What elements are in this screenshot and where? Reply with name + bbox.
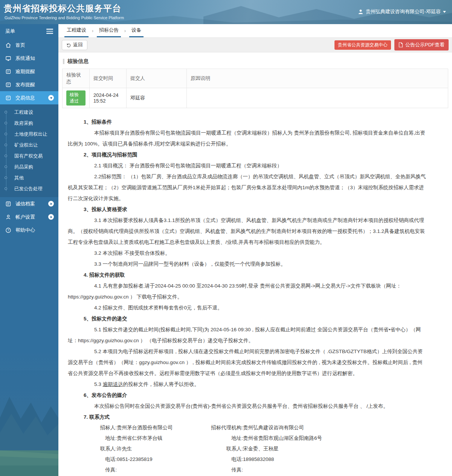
paragraph: 3.2 本次招标 不接受联合体投标。 [68,248,428,259]
contact-label: 联系人: [183,444,243,454]
bullet-icon [5,122,7,124]
app-header: 贵州省招标投标公共服务平台 GuiZhou Province Tendering… [0,0,452,24]
hamburger-icon[interactable] [46,29,53,34]
contact-value [117,465,183,475]
sidebar-item-help-center[interactable]: ? 帮助中心 [0,223,58,237]
contact-label: 传真: [68,465,117,475]
subitem-label: 土地使用权出让 [14,131,47,138]
chevron-down-icon [48,95,54,101]
bullet-icon [5,111,7,113]
person-icon [5,214,11,220]
platform-title: 贵州省招标投标公共服务平台 [4,3,121,14]
contact-info: 招标人:贵州茅台酒股份有限公司招标代理机构:贵州弘典建设咨询有限公司 地址:贵州… [68,422,428,476]
subitem-label: 政府采购 [14,120,33,127]
page: 贵州省招标投标公共服务平台 GuiZhou Province Tendering… [0,0,452,476]
sidebar-subitem-government-procurement[interactable]: 政府采购 [0,118,58,129]
announcement-document: 1、招标条件 本招标项目茅台酒股份有限公司包装物流园项目一期暖通工程（空调末端标… [68,116,428,476]
paragraph: 4.2 招标文件、图纸或技术资料每套售价0元，售后不退。 [68,302,428,313]
pdf-file-icon [399,42,403,47]
section-heading: 5、投标文件的递交 [68,313,428,324]
contact-value: 18985832088 [243,454,428,465]
paragraph-rest: 的投标文件，招标人将予以拒收。 [123,381,200,387]
contact-value: 0851-22385819 [117,454,183,465]
subitem-label: 药品采购 [14,164,33,170]
bullet-icon [5,133,7,135]
contact-value: 贵州茅台酒股份有限公司 [117,422,183,433]
sidebar-subitem-other[interactable]: 其他 [0,173,58,184]
paragraph: 2.2招标范围： （1）包装厂房、茅台酒成品立库及成品物流连廊（一）的吊顶式空调… [68,171,428,204]
chevron-right-icon [48,201,54,207]
svg-text:?: ? [8,228,9,232]
paragraph: 5.1 投标文件递交的截止时间(投标截止时间,下同)为 2024-05-16 0… [68,324,428,346]
menu-label: 菜单 [5,28,15,35]
contact-label: 传真: [183,465,243,475]
back-button[interactable]: 返回 [62,40,87,50]
breadcrumb-item-equipment[interactable]: 设备 [129,24,144,37]
sidebar-item-publish-reminder[interactable]: 发布提醒 [0,78,58,91]
sidebar-item-label: 系统通知 [15,55,35,62]
sidebar-item-trade-info[interactable]: 交易信息 [0,91,58,104]
verify-table-row: 核验通过 2024-04-24 15:52 邓廷容 [63,88,448,108]
breadcrumb-separator: › [124,24,126,37]
subitem-label: 工程建设 [14,109,33,116]
sidebar-item-home[interactable]: 首页 [0,38,58,52]
subitem-label: 矿业权出让 [14,142,38,148]
paragraph: 4.1 凡有意参加投标者,请于2024-04-25 00:00 至2024-04… [68,280,428,302]
breadcrumb-item-tender-notice[interactable]: 招标公告 [97,24,121,37]
trade-info-submenu: 工程建设 政府采购 土地使用权出让 矿业权出让 国有产权交易 药品采购 其他 已… [0,104,58,197]
col-reason: 原因说明 [187,69,448,88]
col-submit-time: 提交时间 [90,69,127,88]
section-heading: 7. 联系方式 [68,412,428,422]
sidebar: 菜单 首页 系统通知 逾期提醒 发布提醒 [0,24,58,476]
bullet-icon [5,155,7,157]
exchange-center-button[interactable]: 贵州省公共资源交易中心 [334,40,391,50]
help-icon: ? [5,227,11,233]
section-heading: 3、投标人资格要求 [68,204,428,215]
breadcrumb-item-engineering[interactable]: 工程建设 [64,24,89,37]
sidebar-subitem-published-notices[interactable]: 已发公告处理 [0,184,58,194]
toolbar-right: 贵州省公共资源交易中心 公告公示PDF查看 [334,39,449,51]
subitem-label: 已发公告处理 [14,186,43,192]
paragraph-with-underline: 5.3 逾期送达的投标文件，招标人将予以拒收。 [68,379,428,390]
contact-value [243,465,428,475]
sidebar-item-overdue-reminder[interactable]: 逾期提醒 [0,65,58,78]
sidebar-item-credit-archive[interactable]: 诚信档案 [0,197,58,210]
bullet-icon [5,165,7,168]
col-status: 核验状态 [63,69,90,88]
section-heading: 2、项目概况与招标范围 [68,149,428,160]
sidebar-item-account-settings[interactable]: 帐户设置 [0,210,58,223]
sidebar-item-label: 交易信息 [15,95,35,101]
contact-value: 许先生 [117,444,183,454]
sidebar-subitem-land-use-rights[interactable]: 土地使用权出让 [0,129,58,140]
list-icon [5,201,11,207]
contact-label: 联系人: [68,444,117,454]
status-badge: 核验通过 [66,90,86,106]
subitem-label: 其他 [14,175,24,181]
sidebar-item-label: 逾期提醒 [15,68,35,75]
section-heading: 1、招标条件 [68,116,428,127]
col-submitter: 提交人 [127,69,187,88]
sidebar-subitem-state-property[interactable]: 国有产权交易 [0,151,58,162]
sidebar-subitem-mining-rights[interactable]: 矿业权出让 [0,140,58,151]
pdf-view-button[interactable]: 公告公示PDF查看 [394,39,449,51]
toolbar: 返回 贵州省公共资源交易中心 公告公示PDF查看 [58,38,452,52]
cell-status: 核验通过 [63,88,90,108]
platform-subtitle: GuiZhou Province Tendering and Bidding P… [5,15,124,20]
pdf-button-label: 公告公示PDF查看 [405,41,444,48]
paragraph: 本次招标公告同时在全国公共资源交易平台(贵州省)-贵州省公共资源交易公共服务平台… [68,401,428,412]
sidebar-subitem-engineering[interactable]: 工程建设 [0,107,58,118]
sidebar-subitem-medicine-procurement[interactable]: 药品采购 [0,162,58,173]
monitor-icon [5,55,11,61]
chevron-right-icon [48,214,54,220]
back-label: 返回 [73,41,83,48]
sidebar-item-system-notice[interactable]: 系统通知 [0,52,58,65]
user-name: 贵州弘典建设咨询有限公司-邓廷容 [366,8,441,15]
verify-section-title: 核验信息 [63,58,448,65]
paragraph: 5.2 本项目为电子招标远程开标项目 , 投标人须在递交投标文件截止时间前完整的… [68,346,428,379]
home-icon [5,42,11,48]
sidebar-item-label: 帮助中心 [15,227,35,234]
sidebar-landscape [0,370,58,476]
paragraph: 2.1 项目概况： 茅台酒股份有限公司包装物流园项目一期暖通工程（空调末端标段） [68,160,428,171]
user-menu[interactable]: 贵州弘典建设咨询有限公司-邓廷容 [358,8,446,15]
contact-value: 贵州省贵阳市观山湖区金阳南路6号 [243,433,428,444]
